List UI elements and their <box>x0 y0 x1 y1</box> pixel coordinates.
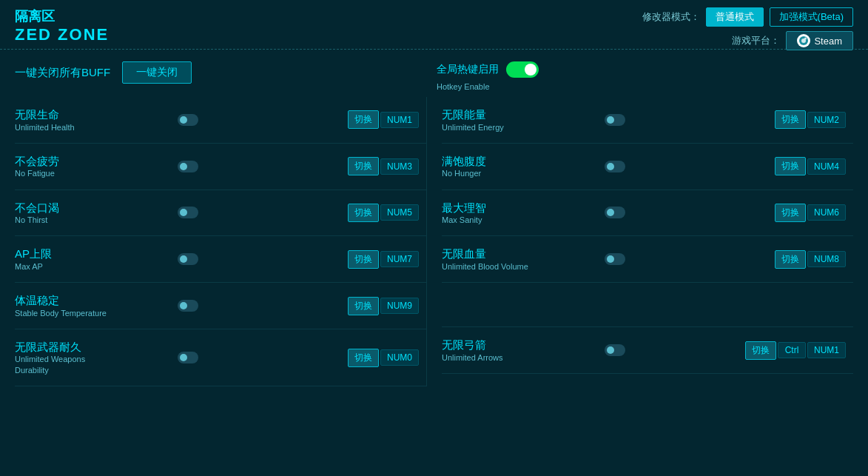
list-item: 满饱腹度 No Hunger 切换 NUM4 <box>442 144 853 190</box>
features-grid: 无限生命 Unlimited Health 切换 NUM1 不会疲劳 No Fa… <box>15 97 853 386</box>
list-item: 无限生命 Unlimited Health 切换 NUM1 <box>15 97 426 144</box>
hotkey-max-sanity: 切换 NUM6 <box>775 204 853 222</box>
list-item: 最大理智 Max Sanity 切换 NUM6 <box>442 190 853 237</box>
feature-name-no-hunger: 满饱腹度 No Hunger <box>442 154 605 179</box>
one-key-label: 一键关闭所有BUFF <box>15 66 110 80</box>
key-num3[interactable]: NUM3 <box>380 158 419 175</box>
mode-label: 修改器模式： <box>642 10 700 24</box>
svg-point-2 <box>804 38 807 40</box>
toggle-unlimited-blood[interactable] <box>605 253 625 265</box>
feature-name-unlimited-weapons: 无限武器耐久 Unlimited Weapons Durability <box>15 340 178 375</box>
hotkey-unlimited-blood: 切换 NUM8 <box>775 250 853 269</box>
list-item: AP上限 Max AP 切换 NUM7 <box>15 236 426 283</box>
toggle-max-ap[interactable] <box>178 253 198 265</box>
key-num5[interactable]: NUM5 <box>380 204 419 221</box>
key-num1[interactable]: NUM1 <box>380 112 419 128</box>
feature-name-unlimited-arrows: 无限弓箭 Unlimited Arrows <box>442 338 605 363</box>
toggle-unlimited-health[interactable] <box>178 114 198 126</box>
main-content: 一键关闭所有BUFF 一键关闭 全局热键启用 Hotkey Enable <box>0 50 868 398</box>
qie-stable-temp[interactable]: 切换 <box>348 297 379 315</box>
toggle-stable-temp[interactable] <box>178 300 198 312</box>
hotkey-no-hunger: 切换 NUM4 <box>775 157 853 175</box>
platform-label: 游戏平台： <box>732 34 780 47</box>
steam-icon <box>797 34 810 47</box>
feature-name-no-fatigue: 不会疲劳 No Fatigue <box>15 154 178 179</box>
toggle-no-hunger[interactable] <box>605 161 625 172</box>
feature-name-unlimited-blood: 无限血量 Unlimited Blood Volume <box>442 247 605 272</box>
key-num9[interactable]: NUM9 <box>380 298 419 314</box>
hotkey-max-ap: 切换 NUM7 <box>348 250 426 269</box>
key-num8[interactable]: NUM8 <box>807 251 846 267</box>
toggle-unlimited-arrows[interactable] <box>605 344 625 356</box>
qie-unlimited-blood[interactable]: 切换 <box>775 250 806 269</box>
platform-row: 游戏平台： Steam <box>732 31 853 50</box>
qie-unlimited-arrows[interactable]: 切换 <box>745 341 776 360</box>
hotkey-en-label: Hotkey Enable <box>437 82 490 91</box>
one-key-close-button[interactable]: 一键关闭 <box>122 61 192 84</box>
qie-unlimited-health[interactable]: 切换 <box>348 110 379 129</box>
toggle-no-thirst[interactable] <box>178 207 198 218</box>
mode-normal-button[interactable]: 普通模式 <box>706 7 764 27</box>
qie-unlimited-weapons[interactable]: 切换 <box>348 349 379 367</box>
features-right-column: 无限能量 Unlimited Energy 切换 NUM2 满饱腹度 No Hu… <box>427 97 853 386</box>
list-item: 无限弓箭 Unlimited Arrows 切换 Ctrl NUM1 <box>442 327 853 374</box>
key-ctrl[interactable]: Ctrl <box>778 342 806 358</box>
toggle-unlimited-weapons[interactable] <box>178 352 198 363</box>
list-item: 不会疲劳 No Fatigue 切换 NUM3 <box>15 144 426 190</box>
steam-button[interactable]: Steam <box>786 31 853 50</box>
qie-unlimited-energy[interactable]: 切换 <box>775 110 806 129</box>
hotkey-section: 全局热键启用 Hotkey Enable <box>437 61 539 93</box>
qie-no-hunger[interactable]: 切换 <box>775 157 806 175</box>
list-item: 无限武器耐久 Unlimited Weapons Durability 切换 N… <box>15 329 426 386</box>
feature-name-unlimited-health: 无限生命 Unlimited Health <box>15 107 178 133</box>
key-num0[interactable]: NUM0 <box>380 349 419 366</box>
steam-label: Steam <box>814 36 842 47</box>
qie-max-ap[interactable]: 切换 <box>348 250 379 269</box>
hotkey-unlimited-energy: 切换 NUM2 <box>775 110 853 129</box>
list-item: 无限能量 Unlimited Energy 切换 NUM2 <box>442 97 853 144</box>
hotkey-no-fatigue: 切换 NUM3 <box>348 157 426 175</box>
top-controls: 修改器模式： 普通模式 加强模式(Beta) 游戏平台： Steam <box>642 7 853 50</box>
toggle-no-fatigue[interactable] <box>178 161 198 172</box>
mode-row: 修改器模式： 普通模式 加强模式(Beta) <box>642 7 853 27</box>
list-item-empty <box>442 283 853 327</box>
hotkey-unlimited-weapons: 切换 NUM0 <box>348 349 426 367</box>
mode-enhanced-button[interactable]: 加强模式(Beta) <box>770 7 853 27</box>
key-num1-arrows[interactable]: NUM1 <box>807 342 846 358</box>
qie-no-thirst[interactable]: 切换 <box>348 204 379 222</box>
hotkey-stable-temp: 切换 NUM9 <box>348 297 426 315</box>
key-num7[interactable]: NUM7 <box>380 251 419 267</box>
list-item: 不会口渴 No Thirst 切换 NUM5 <box>15 190 426 237</box>
feature-name-no-thirst: 不会口渴 No Thirst <box>15 201 178 226</box>
hotkey-unlimited-arrows: 切换 Ctrl NUM1 <box>745 341 853 360</box>
list-item: 体温稳定 Stable Body Temperature 切换 NUM9 <box>15 283 426 329</box>
hotkey-unlimited-health: 切换 NUM1 <box>348 110 426 129</box>
key-num2[interactable]: NUM2 <box>807 112 846 128</box>
feature-name-stable-temp: 体温稳定 Stable Body Temperature <box>15 293 178 318</box>
qie-max-sanity[interactable]: 切换 <box>775 204 806 222</box>
hotkey-toggle[interactable] <box>506 61 539 78</box>
key-num4[interactable]: NUM4 <box>807 158 846 175</box>
hotkey-zh-label: 全局热键启用 <box>437 63 499 76</box>
features-left-column: 无限生命 Unlimited Health 切换 NUM1 不会疲劳 No Fa… <box>15 97 427 386</box>
hotkey-no-thirst: 切换 NUM5 <box>348 204 426 222</box>
feature-name-unlimited-energy: 无限能量 Unlimited Energy <box>442 107 605 133</box>
toggle-max-sanity[interactable] <box>605 207 625 218</box>
key-num6[interactable]: NUM6 <box>807 204 846 221</box>
toggle-unlimited-energy[interactable] <box>605 114 625 126</box>
list-item: 无限血量 Unlimited Blood Volume 切换 NUM8 <box>442 236 853 283</box>
feature-name-max-ap: AP上限 Max AP <box>15 247 178 272</box>
qie-no-fatigue[interactable]: 切换 <box>348 157 379 175</box>
feature-name-max-sanity: 最大理智 Max Sanity <box>442 201 605 226</box>
